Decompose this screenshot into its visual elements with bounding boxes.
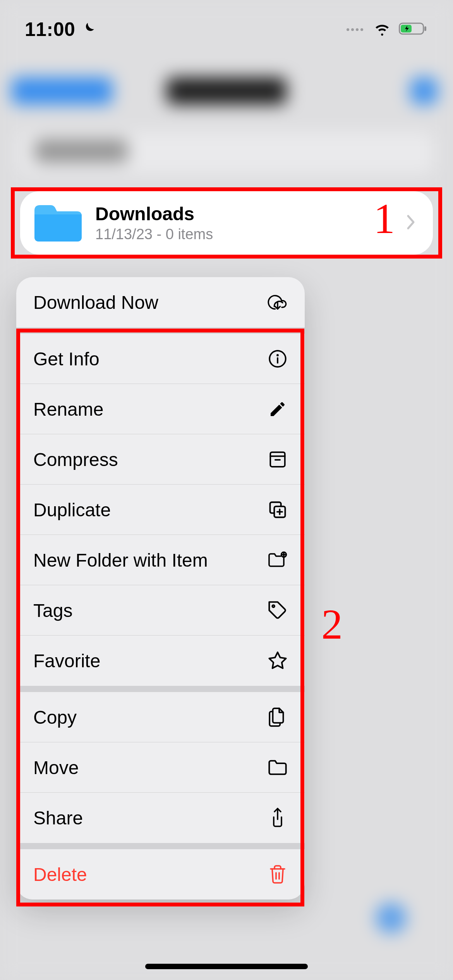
folder-preview-card[interactable]: Downloads 11/13/23 - 0 items: [20, 191, 433, 255]
menu-item-rename[interactable]: Rename: [16, 384, 305, 434]
menu-label: Duplicate: [33, 499, 111, 521]
svg-marker-16: [269, 652, 286, 668]
menu-label: Compress: [33, 449, 118, 470]
menu-label: Copy: [33, 707, 77, 728]
menu-label: New Folder with Item: [33, 550, 208, 571]
annotation-number-2: 2: [321, 600, 343, 649]
menu-item-delete[interactable]: Delete: [16, 849, 305, 899]
folder-subtitle: 11/13/23 - 0 items: [95, 226, 407, 243]
menu-item-move[interactable]: Move: [16, 742, 305, 793]
menu-label: Get Info: [33, 348, 100, 370]
trash-icon: [268, 864, 288, 884]
menu-item-get-info[interactable]: Get Info: [16, 334, 305, 384]
menu-item-share[interactable]: Share: [16, 793, 305, 843]
menu-label: Move: [33, 757, 79, 778]
menu-item-compress[interactable]: Compress: [16, 434, 305, 485]
battery-charging-icon: [399, 22, 428, 37]
cellular-dots-icon: [347, 28, 363, 31]
copy-doc-icon: [268, 707, 288, 727]
home-indicator[interactable]: [145, 964, 308, 969]
do-not-disturb-icon: [81, 21, 96, 38]
status-time: 11:00: [25, 18, 75, 41]
menu-separator: [16, 843, 305, 849]
duplicate-icon: [268, 500, 288, 520]
menu-item-tags[interactable]: Tags: [16, 585, 305, 636]
menu-label: Download Now: [33, 292, 158, 313]
menu-item-duplicate[interactable]: Duplicate: [16, 485, 305, 535]
share-icon: [268, 808, 288, 828]
archive-icon: [268, 449, 288, 469]
star-icon: [268, 651, 288, 671]
menu-label: Share: [33, 807, 83, 829]
status-bar: 11:00: [0, 14, 453, 45]
folder-title: Downloads: [95, 203, 407, 224]
svg-point-5: [277, 355, 278, 356]
info-icon: [268, 349, 288, 369]
pencil-icon: [268, 399, 288, 419]
annotation-number-1: 1: [374, 194, 395, 243]
folder-icon: [31, 202, 84, 243]
new-folder-icon: [268, 550, 288, 570]
menu-item-favorite[interactable]: Favorite: [16, 636, 305, 686]
menu-separator: [16, 327, 305, 334]
wifi-icon: [373, 20, 391, 39]
menu-label: Delete: [33, 864, 87, 885]
menu-item-download-now[interactable]: Download Now: [16, 277, 305, 327]
cloud-download-icon: [268, 292, 288, 312]
folder-move-icon: [268, 757, 288, 778]
menu-item-new-folder[interactable]: New Folder with Item: [16, 535, 305, 585]
menu-label: Rename: [33, 399, 103, 420]
menu-label: Favorite: [33, 650, 100, 672]
context-menu: Download Now Get Info: [16, 277, 305, 899]
svg-point-15: [272, 605, 275, 607]
menu-item-copy[interactable]: Copy: [16, 692, 305, 742]
svg-rect-1: [424, 26, 426, 31]
chevron-right-icon: [407, 214, 416, 231]
menu-label: Tags: [33, 600, 72, 621]
tag-icon: [268, 600, 288, 620]
menu-separator: [16, 686, 305, 692]
